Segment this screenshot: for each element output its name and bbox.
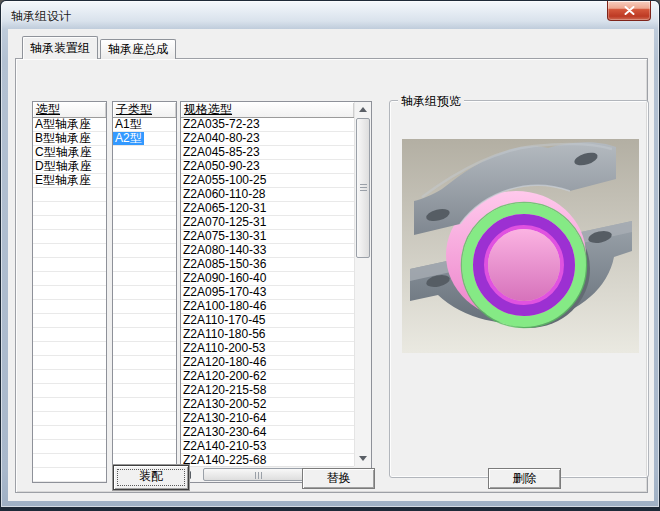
delete-button[interactable]: 删除: [488, 468, 561, 489]
list-item[interactable]: Z2A050-90-23: [181, 160, 354, 174]
bearing-bore: [488, 229, 560, 301]
close-button[interactable]: [607, 1, 651, 21]
spec-list: 规格选型 Z2A035-72-23Z2A040-80-23Z2A045-85-2…: [180, 101, 372, 483]
tab-bearing-device-group[interactable]: 轴承装置组: [22, 36, 98, 59]
list-item[interactable]: D型轴承座: [33, 160, 106, 174]
list-item[interactable]: A2型: [113, 132, 176, 146]
type-list-body[interactable]: A型轴承座B型轴承座C型轴承座D型轴承座E型轴承座: [33, 118, 106, 482]
assemble-button-label: 装配: [139, 469, 163, 483]
list-item[interactable]: Z2A085-150-36: [181, 258, 354, 272]
list-item[interactable]: Z2A140-225-68: [181, 454, 354, 466]
preview-groupbox: 轴承组预览: [389, 93, 649, 478]
list-item[interactable]: Z2A120-200-62: [181, 370, 354, 384]
list-item[interactable]: Z2A065-120-31: [181, 202, 354, 216]
list-item[interactable]: E型轴承座: [33, 174, 106, 188]
list-item[interactable]: Z2A120-180-46: [181, 356, 354, 370]
list-item[interactable]: Z2A080-140-33: [181, 244, 354, 258]
delete-button-label: 删除: [513, 471, 537, 485]
tab-strip: 轴承装置组 轴承座总成: [22, 36, 178, 59]
list-item[interactable]: A1型: [113, 118, 176, 132]
horizontal-scroll-thumb[interactable]: [203, 468, 315, 481]
scroll-down-icon[interactable]: [359, 456, 367, 461]
replace-button[interactable]: 替换: [302, 468, 375, 489]
subtype-list: 子类型 A1型A2型: [112, 101, 177, 483]
list-item[interactable]: Z2A035-72-23: [181, 118, 354, 132]
type-list: 选型 A型轴承座B型轴承座C型轴承座D型轴承座E型轴承座: [32, 101, 107, 483]
dialog-client-area: 轴承装置组 轴承座总成 选型 A型轴承座B型轴承座C型轴承座D型轴承座E型轴承座…: [8, 29, 654, 501]
list-item[interactable]: Z2A055-100-25: [181, 174, 354, 188]
list-item[interactable]: Z2A140-210-53: [181, 440, 354, 454]
list-item[interactable]: Z2A100-180-46: [181, 300, 354, 314]
vertical-scroll-thumb[interactable]: [356, 118, 370, 258]
list-item[interactable]: C型轴承座: [33, 146, 106, 160]
list-item[interactable]: Z2A130-210-64: [181, 412, 354, 426]
window-title: 轴承组设计: [11, 8, 71, 25]
list-item[interactable]: Z2A110-180-56: [181, 328, 354, 342]
list-item[interactable]: Z2A040-80-23: [181, 132, 354, 146]
tab-page: 选型 A型轴承座B型轴承座C型轴承座D型轴承座E型轴承座 子类型 A1型A2型 …: [15, 58, 648, 493]
title-bar[interactable]: 轴承组设计: [1, 1, 659, 29]
scroll-up-icon[interactable]: [359, 107, 367, 112]
list-item[interactable]: Z2A075-130-31: [181, 230, 354, 244]
list-item[interactable]: Z2A130-230-64: [181, 426, 354, 440]
list-item[interactable]: A型轴承座: [33, 118, 106, 132]
spec-list-header[interactable]: 规格选型: [181, 102, 354, 118]
dialog-window: 轴承组设计 轴承装置组 轴承座总成 选型 A型轴承座B型轴承座C型轴承座D型轴承…: [0, 0, 660, 511]
subtype-list-header[interactable]: 子类型: [113, 102, 176, 118]
list-item[interactable]: Z2A130-200-52: [181, 398, 354, 412]
assemble-button[interactable]: 装配: [113, 465, 189, 490]
preview-groupbox-label: 轴承组预览: [398, 93, 464, 110]
spec-vertical-scrollbar[interactable]: [354, 102, 371, 466]
list-item[interactable]: Z2A045-85-23: [181, 146, 354, 160]
spec-list-body[interactable]: Z2A035-72-23Z2A040-80-23Z2A045-85-23Z2A0…: [181, 118, 354, 466]
preview-3d-image: [402, 139, 639, 353]
replace-button-label: 替换: [327, 471, 351, 485]
list-item[interactable]: B型轴承座: [33, 132, 106, 146]
list-item[interactable]: Z2A095-170-43: [181, 286, 354, 300]
list-item[interactable]: Z2A060-110-28: [181, 188, 354, 202]
subtype-list-body[interactable]: A1型A2型: [113, 118, 176, 482]
list-item[interactable]: Z2A110-200-53: [181, 342, 354, 356]
list-item[interactable]: Z2A110-170-45: [181, 314, 354, 328]
tab-bearing-seat-assembly[interactable]: 轴承座总成: [100, 39, 176, 59]
list-item[interactable]: Z2A070-125-31: [181, 216, 354, 230]
list-item[interactable]: Z2A120-215-58: [181, 384, 354, 398]
close-icon: [624, 6, 635, 15]
type-list-header[interactable]: 选型: [33, 102, 106, 118]
list-item[interactable]: Z2A090-160-40: [181, 272, 354, 286]
